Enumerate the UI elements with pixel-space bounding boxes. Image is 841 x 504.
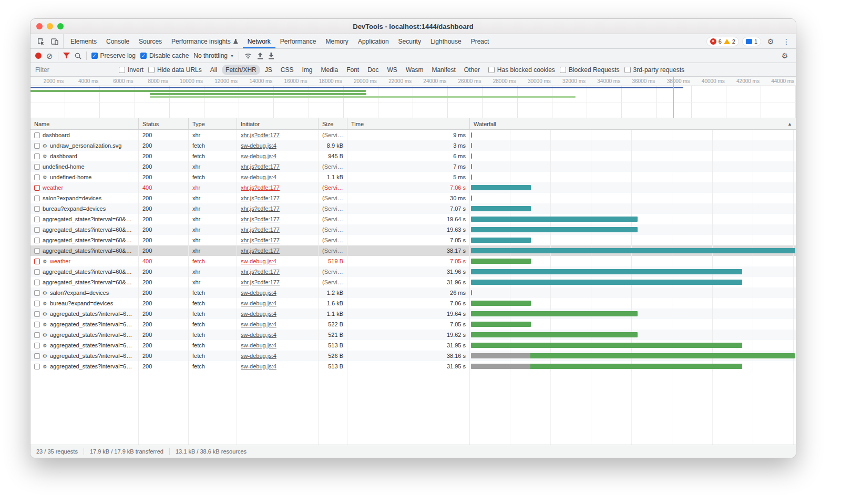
column-header-size[interactable]: Size: [319, 118, 347, 129]
row-checkbox[interactable]: [34, 132, 40, 138]
clear-network-log-icon[interactable]: ⊘: [46, 52, 53, 60]
table-row[interactable]: ⚙ weather 400 xhr xhr.js?cdfe:177 (Servi…: [30, 182, 796, 193]
tab-elements[interactable]: Elements: [66, 34, 101, 48]
table-row[interactable]: ⚙ bureau?expand=devices 200 xhr xhr.js?c…: [30, 203, 796, 214]
issues-badge[interactable]: 1: [742, 37, 761, 46]
table-row[interactable]: ⚙ dashboard 200 fetch sw-debug.js:4 945 …: [30, 151, 796, 161]
row-checkbox[interactable]: [34, 332, 40, 338]
initiator-link[interactable]: xhr.js?cdfe:177: [241, 163, 280, 170]
tab-security[interactable]: Security: [394, 34, 426, 48]
table-row[interactable]: ⚙ aggregated_states?interval=6… 200 fetc…: [30, 340, 796, 351]
initiator-link[interactable]: sw-debug.js:4: [241, 300, 276, 306]
tab-network[interactable]: Network: [243, 34, 275, 48]
more-menu-icon[interactable]: ⋮: [780, 36, 793, 47]
row-checkbox[interactable]: [34, 206, 40, 212]
row-checkbox[interactable]: [34, 353, 40, 359]
console-errors-badge[interactable]: ✕ 6 2: [706, 37, 739, 46]
table-row[interactable]: ⚙ aggregated_states?interval=60&… 200 xh…: [30, 214, 796, 224]
blocked-requests-checkbox[interactable]: Blocked Requests: [560, 66, 620, 74]
throttling-select[interactable]: No throttling ▼: [193, 52, 234, 59]
tab-performance-insights[interactable]: Performance insights: [167, 34, 243, 48]
column-header-waterfall[interactable]: Waterfall ▲: [470, 118, 796, 129]
initiator-link[interactable]: xhr.js?cdfe:177: [241, 195, 280, 201]
filter-pill-fetch-xhr[interactable]: Fetch/XHR: [222, 65, 260, 75]
tab-memory[interactable]: Memory: [321, 34, 353, 48]
filter-pill-font[interactable]: Font: [343, 65, 363, 75]
filter-pill-ws[interactable]: WS: [384, 65, 401, 75]
record-network-log-button[interactable]: [35, 53, 42, 59]
row-checkbox[interactable]: [34, 238, 40, 243]
filter-pill-doc[interactable]: Doc: [364, 65, 382, 75]
column-header-time[interactable]: Time: [347, 118, 470, 129]
row-checkbox[interactable]: [34, 259, 40, 264]
third-party-requests-checkbox[interactable]: 3rd-party requests: [624, 66, 684, 74]
table-row[interactable]: ⚙ bureau?expand=devices 200 fetch sw-deb…: [30, 298, 796, 308]
filter-pill-media[interactable]: Media: [317, 65, 342, 75]
table-row[interactable]: ⚙ salon?expand=devices 200 xhr xhr.js?cd…: [30, 193, 796, 203]
row-checkbox[interactable]: [34, 269, 40, 275]
search-icon[interactable]: [75, 53, 81, 59]
filter-pill-other[interactable]: Other: [460, 65, 484, 75]
column-header-type[interactable]: Type: [189, 118, 237, 129]
row-checkbox[interactable]: [34, 196, 40, 201]
zoom-button[interactable]: [57, 23, 64, 29]
initiator-link[interactable]: xhr.js?cdfe:177: [241, 132, 280, 138]
table-row[interactable]: ⚙ aggregated_states?interval=6… 200 fetc…: [30, 308, 796, 319]
invert-checkbox[interactable]: Invert: [119, 66, 143, 74]
tab-sources[interactable]: Sources: [134, 34, 167, 48]
filter-input[interactable]: [35, 66, 114, 74]
preserve-log-checkbox[interactable]: Preserve log: [91, 52, 136, 59]
row-checkbox[interactable]: [34, 301, 40, 306]
initiator-link[interactable]: xhr.js?cdfe:177: [241, 205, 280, 212]
column-header-name[interactable]: Name: [30, 118, 139, 129]
row-checkbox[interactable]: [34, 164, 40, 170]
initiator-link[interactable]: sw-debug.js:4: [241, 174, 276, 180]
table-row[interactable]: ⚙ aggregated_states?interval=60&… 200 xh…: [30, 224, 796, 235]
tab-console[interactable]: Console: [101, 34, 134, 48]
filter-funnel-icon[interactable]: [63, 53, 70, 59]
table-row[interactable]: ⚙ aggregated_states?interval=60&… 200 xh…: [30, 266, 796, 277]
table-row[interactable]: ⚙ aggregated_states?interval=60&… 200 xh…: [30, 245, 796, 256]
initiator-link[interactable]: sw-debug.js:4: [241, 311, 276, 317]
initiator-link[interactable]: xhr.js?cdfe:177: [241, 248, 280, 254]
network-conditions-icon[interactable]: [244, 53, 252, 59]
network-overview[interactable]: 2000 ms4000 ms6000 ms8000 ms10000 ms1200…: [30, 77, 796, 118]
filter-pill-wasm[interactable]: Wasm: [402, 65, 427, 75]
filter-pill-manifest[interactable]: Manifest: [428, 65, 459, 75]
table-row[interactable]: ⚙ undefined-home 200 xhr xhr.js?cdfe:177…: [30, 161, 796, 172]
initiator-link[interactable]: xhr.js?cdfe:177: [241, 279, 280, 285]
table-row[interactable]: ⚙ aggregated_states?interval=6… 200 fetc…: [30, 351, 796, 361]
column-header-status[interactable]: Status: [139, 118, 189, 129]
overview-pane-divider[interactable]: [673, 77, 674, 118]
row-checkbox[interactable]: [34, 185, 40, 191]
tab-performance[interactable]: Performance: [275, 34, 321, 48]
initiator-link[interactable]: sw-debug.js:4: [241, 332, 276, 338]
initiator-link[interactable]: sw-debug.js:4: [241, 290, 276, 296]
initiator-link[interactable]: sw-debug.js:4: [241, 142, 276, 149]
row-checkbox[interactable]: [34, 227, 40, 233]
table-row[interactable]: ⚙ salon?expand=devices 200 fetch sw-debu…: [30, 287, 796, 298]
initiator-link[interactable]: xhr.js?cdfe:177: [241, 227, 280, 233]
table-row[interactable]: ⚙ weather 400 fetch sw-debug.js:4 519 B …: [30, 256, 796, 266]
row-checkbox[interactable]: [34, 217, 40, 222]
table-row[interactable]: ⚙ undraw_personalization.svg 200 fetch s…: [30, 140, 796, 151]
sort-ascending-icon[interactable]: ▲: [787, 121, 792, 127]
row-checkbox[interactable]: [34, 143, 40, 149]
tab-application[interactable]: Application: [353, 34, 394, 48]
inspect-element-icon[interactable]: [35, 36, 47, 47]
filter-pill-img[interactable]: Img: [298, 65, 316, 75]
column-header-initiator[interactable]: Initiator: [237, 118, 319, 129]
initiator-link[interactable]: xhr.js?cdfe:177: [241, 269, 280, 275]
row-checkbox[interactable]: [34, 343, 40, 348]
table-row[interactable]: ⚙ aggregated_states?interval=60&… 200 xh…: [30, 277, 796, 287]
row-checkbox[interactable]: [34, 322, 40, 327]
disable-cache-checkbox[interactable]: Disable cache: [140, 52, 189, 59]
row-checkbox[interactable]: [34, 290, 40, 296]
initiator-link[interactable]: xhr.js?cdfe:177: [241, 184, 280, 191]
table-row[interactable]: ⚙ aggregated_states?interval=6… 200 fetc…: [30, 330, 796, 340]
export-har-icon[interactable]: [268, 53, 274, 59]
row-checkbox[interactable]: [34, 248, 40, 254]
initiator-link[interactable]: sw-debug.js:4: [241, 153, 276, 159]
initiator-link[interactable]: sw-debug.js:4: [241, 258, 276, 264]
devtools-settings-gear-icon[interactable]: ⚙: [764, 36, 777, 47]
